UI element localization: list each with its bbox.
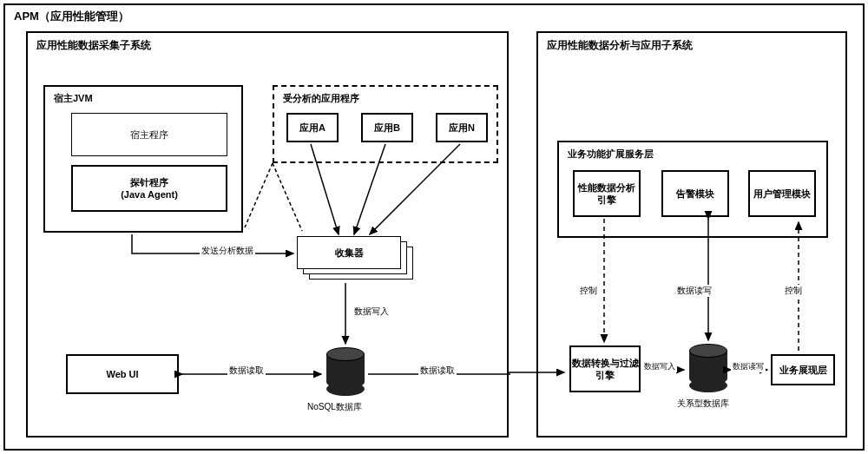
app-a-box: 应用A [286, 113, 339, 142]
app-b-box: 应用B [361, 113, 413, 142]
send-data-label: 发送分析数据 [200, 245, 255, 257]
data-read-label-2: 数据读取 [418, 365, 457, 377]
user-mgmt-box: 用户管理模块 [748, 170, 816, 217]
control-label-2: 控制 [783, 285, 804, 297]
collector-box: 收集器 [297, 236, 401, 269]
svg-line-1 [273, 163, 302, 231]
alarm-box: 告警模块 [661, 170, 729, 217]
service-layer-title: 业务功能扩展服务层 [568, 148, 654, 161]
data-rw-label-1: 数据读写 [675, 285, 713, 297]
jvm-title: 宿主JVM [54, 92, 93, 105]
collection-subsystem: 应用性能数据采集子系统 宿主JVM 宿主程序 探针程序 (Java Agent)… [26, 31, 509, 438]
data-read-label-1: 数据读取 [227, 365, 266, 377]
apps-title: 受分析的应用程序 [283, 92, 359, 105]
perf-engine-box: 性能数据分析引擎 [573, 170, 641, 217]
data-write-label-1: 数据写入 [352, 306, 391, 318]
agent-box: 探针程序 (Java Agent) [71, 165, 227, 212]
biz-layer-box: 业务展现层 [771, 354, 835, 385]
data-write-label-2: 数据写入 [642, 361, 677, 372]
analysis-subsystem: 应用性能数据分析与应用子系统 业务功能扩展服务层 性能数据分析引擎 告警模块 用… [536, 31, 847, 438]
webui-box: Web UI [66, 354, 179, 394]
main-title: APM（应用性能管理） [14, 9, 129, 24]
data-rw-label-2: 数据读写 [731, 361, 766, 372]
service-layer-container: 业务功能扩展服务层 性能数据分析引擎 告警模块 用户管理模块 [557, 141, 828, 238]
nosql-label: NoSQL数据库 [307, 401, 362, 413]
conv-engine-box: 数据转换与过滤引擎 [569, 345, 641, 392]
control-label-1: 控制 [578, 285, 599, 297]
left-sys-title: 应用性能数据采集子系统 [36, 38, 151, 53]
nosql-db-icon [326, 347, 365, 396]
rel-db-label: 关系型数据库 [677, 398, 729, 410]
rel-db-icon [689, 344, 727, 392]
right-sys-title: 应用性能数据分析与应用子系统 [547, 38, 693, 53]
collector-stack: 收集器 [297, 236, 413, 280]
app-n-box: 应用N [436, 113, 488, 142]
svg-line-0 [245, 163, 273, 227]
jvm-container: 宿主JVM 宿主程序 探针程序 (Java Agent) [43, 85, 243, 233]
host-program-box: 宿主程序 [71, 113, 227, 156]
apm-container: APM（应用性能管理） 应用性能数据采集子系统 宿主JVM 宿主程序 探针程序 … [3, 3, 865, 451]
apps-container: 受分析的应用程序 应用A 应用B 应用N [273, 85, 498, 163]
